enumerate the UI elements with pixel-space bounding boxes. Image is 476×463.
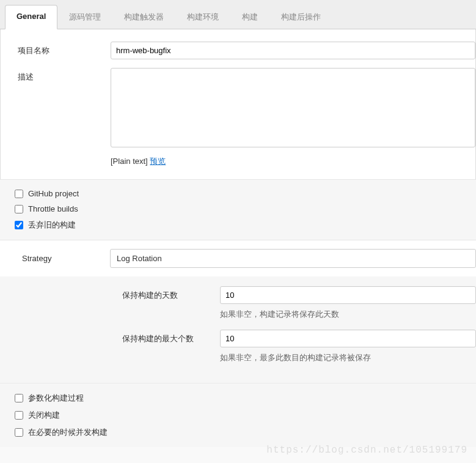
max-to-keep-help: 如果非空，最多此数目的构建记录将被保存: [220, 352, 476, 363]
tab-triggers[interactable]: 构建触发器: [112, 5, 175, 29]
description-helper: [Plain text] 预览: [111, 156, 475, 167]
checkbox-parameterized-label: 参数化构建过程: [28, 393, 84, 404]
plain-text-label: [Plain text]: [111, 157, 148, 166]
checkbox-throttle-builds-label: Throttle builds: [28, 204, 78, 213]
checkbox-section-2: 参数化构建过程 关闭构建 在必要的时候并发构建: [0, 383, 476, 447]
checkbox-throttle-builds[interactable]: Throttle builds: [15, 201, 476, 217]
description-label: 描述: [18, 68, 111, 83]
project-name-label: 项目名称: [18, 42, 111, 56]
checkbox-parameterized-input[interactable]: [15, 394, 23, 402]
strategy-row: Strategy Log Rotation: [0, 240, 476, 276]
checkbox-github-project-input[interactable]: [15, 190, 23, 198]
days-to-keep-label: 保持构建的天数: [122, 290, 220, 301]
days-to-keep-input[interactable]: [220, 286, 476, 304]
max-to-keep-input[interactable]: [220, 330, 476, 347]
watermark-text: https://blog.csdn.net/105199179: [266, 445, 467, 456]
checkbox-parameterized[interactable]: 参数化构建过程: [15, 390, 476, 407]
checkbox-concurrent[interactable]: 在必要的时候并发构建: [15, 424, 476, 441]
tab-postbuild[interactable]: 构建后操作: [269, 5, 332, 29]
checkbox-discard-old-label: 丢弃旧的构建: [28, 220, 76, 231]
project-name-input[interactable]: [111, 42, 475, 59]
project-name-row: 项目名称: [18, 42, 475, 59]
tab-build[interactable]: 构建: [230, 5, 269, 29]
checkbox-concurrent-input[interactable]: [15, 428, 23, 437]
strategy-select[interactable]: Log Rotation: [110, 249, 476, 268]
checkbox-discard-old-input[interactable]: [15, 221, 23, 229]
checkbox-discard-old[interactable]: 丢弃旧的构建: [15, 217, 476, 234]
checkbox-github-project[interactable]: GitHub project: [15, 186, 476, 201]
retention-section: 保持构建的天数 如果非空，构建记录将保存此天数 保持构建的最大个数 如果非空，最…: [0, 276, 476, 383]
strategy-label: Strategy: [22, 254, 110, 263]
preview-link[interactable]: 预览: [150, 157, 166, 166]
checkbox-disable-build[interactable]: 关闭构建: [15, 407, 476, 424]
tabs-bar: General 源码管理 构建触发器 构建环境 构建 构建后操作: [0, 0, 476, 29]
checkbox-section-1: GitHub project Throttle builds 丢弃旧的构建: [0, 179, 476, 240]
days-to-keep-row: 保持构建的天数: [122, 286, 476, 304]
checkbox-throttle-builds-input[interactable]: [15, 205, 23, 213]
checkbox-disable-build-label: 关闭构建: [28, 410, 60, 421]
content-panel: 项目名称 描述 [Plain text] 预览: [0, 29, 476, 179]
checkbox-concurrent-label: 在必要的时候并发构建: [28, 427, 108, 438]
checkbox-github-project-label: GitHub project: [28, 189, 79, 198]
tab-environment[interactable]: 构建环境: [175, 5, 230, 29]
description-textarea[interactable]: [111, 68, 475, 147]
max-to-keep-row: 保持构建的最大个数: [122, 330, 476, 347]
checkbox-disable-build-input[interactable]: [15, 411, 23, 420]
days-to-keep-help: 如果非空，构建记录将保存此天数: [220, 309, 476, 320]
max-to-keep-label: 保持构建的最大个数: [122, 333, 220, 344]
tab-general[interactable]: General: [5, 5, 57, 29]
tab-scm[interactable]: 源码管理: [57, 5, 112, 29]
description-row: 描述: [18, 68, 475, 147]
